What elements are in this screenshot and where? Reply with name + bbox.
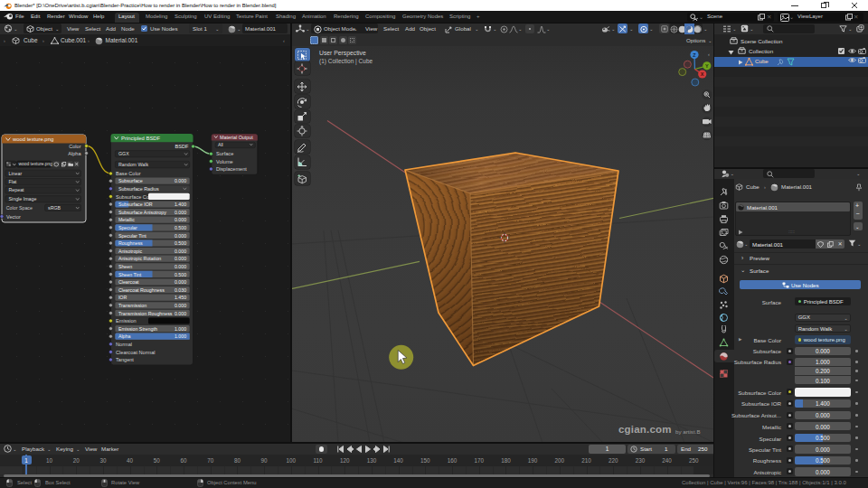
svg-text:0.000: 0.000 bbox=[175, 311, 186, 316]
svg-text:1.000: 1.000 bbox=[175, 326, 186, 332]
svg-text:Sheen Tint: Sheen Tint bbox=[118, 272, 142, 277]
svg-text:0.000: 0.000 bbox=[175, 178, 186, 183]
svg-text:0.000: 0.000 bbox=[175, 217, 186, 222]
svg-text:Emission: Emission bbox=[116, 318, 137, 324]
svg-text:0.500: 0.500 bbox=[175, 240, 186, 246]
svg-text:1.400: 1.400 bbox=[175, 202, 186, 207]
svg-text:Subsurface Co...: Subsurface Co... bbox=[116, 194, 154, 200]
svg-text:Normal: Normal bbox=[116, 342, 132, 347]
svg-text:0.000: 0.000 bbox=[175, 233, 186, 239]
svg-text:Subsurface: Subsurface bbox=[118, 178, 143, 183]
svg-text:Subsurface Radius: Subsurface Radius bbox=[118, 186, 159, 192]
svg-text:Specular Tint: Specular Tint bbox=[118, 233, 146, 239]
svg-text:Subsurface IOR: Subsurface IOR bbox=[118, 202, 153, 207]
svg-text:0.000: 0.000 bbox=[175, 279, 186, 285]
svg-text:Anisotropic Rotation: Anisotropic Rotation bbox=[118, 256, 161, 261]
svg-text:Anisotropic: Anisotropic bbox=[118, 249, 143, 254]
svg-text:Random Walk: Random Walk bbox=[118, 162, 148, 167]
svg-text:Displacement: Displacement bbox=[216, 166, 247, 172]
svg-text:0.500: 0.500 bbox=[175, 272, 186, 277]
svg-text:sRGB: sRGB bbox=[48, 205, 61, 211]
svg-text:Principled BSDF: Principled BSDF bbox=[121, 136, 161, 141]
svg-text:wood texture.png: wood texture.png bbox=[12, 136, 53, 142]
svg-text:All: All bbox=[218, 142, 223, 147]
svg-text:0.000: 0.000 bbox=[175, 256, 186, 261]
svg-text:Volume: Volume bbox=[216, 159, 233, 164]
svg-text:X: X bbox=[701, 71, 704, 77]
svg-text:0.000: 0.000 bbox=[175, 303, 186, 308]
svg-text:BSDF: BSDF bbox=[175, 144, 190, 149]
svg-text:Base Color: Base Color bbox=[116, 171, 141, 176]
svg-text:Y: Y bbox=[705, 63, 709, 69]
svg-text:Clearcoat Roughness: Clearcoat Roughness bbox=[118, 287, 165, 293]
svg-text:Linear: Linear bbox=[9, 171, 23, 176]
svg-text:wood texture.png: wood texture.png bbox=[19, 162, 53, 166]
svg-text:0.000: 0.000 bbox=[175, 210, 186, 215]
svg-text:Clearcoat Normal: Clearcoat Normal bbox=[116, 350, 156, 355]
svg-text:IOR: IOR bbox=[118, 295, 127, 300]
svg-text:0.500: 0.500 bbox=[175, 225, 186, 230]
svg-text:Flat: Flat bbox=[9, 179, 17, 184]
svg-text:Alpha: Alpha bbox=[118, 333, 131, 339]
svg-text:Sheen: Sheen bbox=[118, 264, 132, 269]
svg-text:Surface: Surface bbox=[216, 151, 233, 156]
svg-text:Color Space: Color Space bbox=[6, 205, 33, 211]
svg-text:GGX: GGX bbox=[118, 151, 129, 156]
svg-text:0.000: 0.000 bbox=[175, 264, 186, 269]
svg-text:Vector: Vector bbox=[6, 214, 21, 220]
svg-text:0.000: 0.000 bbox=[175, 249, 186, 254]
svg-text:Transmission Roughness: Transmission Roughness bbox=[118, 311, 173, 316]
svg-text:Emission Strength: Emission Strength bbox=[118, 326, 157, 332]
svg-text:Metallic: Metallic bbox=[118, 217, 135, 222]
svg-text:Color: Color bbox=[69, 144, 81, 149]
svg-text:1.000: 1.000 bbox=[175, 333, 186, 339]
svg-text:Tangent: Tangent bbox=[116, 357, 134, 362]
svg-text:Subsurface Anisotropy: Subsurface Anisotropy bbox=[118, 210, 166, 215]
svg-text:Specular: Specular bbox=[118, 225, 137, 230]
svg-text:Alpha: Alpha bbox=[68, 151, 81, 156]
svg-text:Material Output: Material Output bbox=[220, 135, 253, 140]
svg-text:Repeat: Repeat bbox=[9, 187, 25, 192]
svg-text:1.450: 1.450 bbox=[175, 295, 186, 300]
svg-text:Roughness: Roughness bbox=[118, 240, 143, 246]
svg-text:Clearcoat: Clearcoat bbox=[118, 279, 139, 285]
svg-text:Single Image: Single Image bbox=[9, 196, 37, 202]
svg-text:0.030: 0.030 bbox=[175, 287, 186, 293]
svg-text:Transmission: Transmission bbox=[118, 303, 146, 308]
